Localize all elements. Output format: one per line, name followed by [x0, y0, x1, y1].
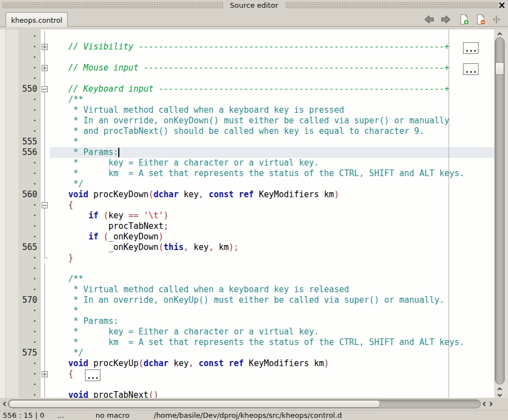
line-number: · [6, 337, 38, 348]
code-token: key [169, 358, 189, 368]
code-line[interactable]: // Mouse input -------------------------… [68, 63, 449, 73]
code-line[interactable]: // Keyboard input ----------------------… [68, 84, 449, 94]
code-line[interactable]: * Params: [68, 316, 118, 327]
fold-tree [40, 168, 51, 179]
line-number: · [6, 327, 38, 337]
folded-code-ellipsis[interactable] [463, 63, 479, 75]
code-line[interactable]: /** [68, 274, 83, 284]
fold-tree [40, 158, 51, 168]
scroll-left-icon[interactable] [1, 401, 8, 407]
code-line[interactable]: * and procTabNext() should be called whe… [68, 126, 424, 137]
code-token: * and procTabNext() should be called whe… [68, 126, 424, 136]
folded-code-ellipsis[interactable] [85, 369, 100, 381]
code-line[interactable]: void procKeyDown(dchar key, const ref Ke… [68, 189, 339, 200]
line-number: · [6, 94, 38, 105]
line-number: · [6, 316, 38, 327]
code-line[interactable]: procTabNext; [68, 221, 169, 232]
scroll-right-icon[interactable] [487, 401, 494, 407]
fold-marker[interactable] [40, 42, 51, 52]
scroll-left-secondary-icon[interactable] [481, 401, 487, 407]
fold-tree [40, 126, 51, 137]
code-token: procTabNext [68, 221, 164, 231]
code-token: const [209, 189, 234, 199]
fold-tree [40, 73, 51, 84]
vertical-scrollbar[interactable] [494, 29, 508, 398]
fold-tree [40, 105, 51, 116]
fold-marker[interactable] [40, 84, 51, 94]
fold-tree [40, 263, 51, 274]
code-line[interactable]: * [68, 306, 78, 316]
fold-marker[interactable] [40, 369, 51, 379]
vertical-scroll-track[interactable] [495, 37, 505, 384]
code-line[interactable]: * [68, 137, 78, 147]
split-view-button[interactable] [490, 13, 502, 26]
code-token: if [88, 211, 98, 221]
line-number: · [6, 358, 38, 369]
code-line[interactable]: * In an override, onKeyDown() must eithe… [68, 116, 449, 126]
code-line[interactable]: * Virtual method called when a keyboard … [68, 284, 349, 295]
fold-collapse-icon[interactable] [42, 86, 48, 92]
code-line[interactable]: void procTabNext() [68, 390, 159, 398]
code-line[interactable]: /** [68, 94, 83, 105]
code-line[interactable]: if (key == '\t') [68, 211, 169, 221]
tab-kheops-control[interactable]: kheops.control [6, 12, 68, 27]
fold-tree [40, 348, 51, 358]
new-document-button[interactable] [458, 13, 470, 26]
remove-document-button[interactable] [475, 13, 487, 26]
code-line[interactable]: * In an override, onKeyUp() must either … [68, 295, 444, 306]
horizontal-scrollbar[interactable] [0, 398, 508, 410]
folded-code-ellipsis[interactable] [463, 42, 479, 54]
fold-tree [40, 116, 51, 126]
code-line[interactable]: if (_onKeyDown) [68, 232, 164, 242]
fold-collapse-icon[interactable] [42, 202, 48, 208]
code-line[interactable]: * key = Either a character or a virtual … [68, 158, 319, 168]
fold-tree [40, 52, 51, 63]
line-number: 565 [6, 242, 38, 253]
horizontal-scroll-thumb[interactable] [9, 400, 380, 408]
vertical-scroll-thumb[interactable] [495, 62, 504, 75]
code-line[interactable]: */ [68, 179, 83, 189]
fold-expand-icon[interactable] [42, 65, 48, 71]
code-line[interactable]: // Visibility --------------------------… [68, 42, 449, 52]
code-token: * key = Either a character or a virtual … [68, 158, 319, 168]
code-line[interactable]: * key = Either a character or a virtual … [68, 327, 319, 337]
line-number: · [6, 73, 38, 84]
line-number: 550 [6, 84, 38, 94]
code-token [98, 211, 103, 221]
code-editor[interactable]: ··// Visibility ------------------------… [0, 29, 494, 398]
fold-marker[interactable] [40, 200, 51, 211]
code-line[interactable]: } [68, 253, 73, 263]
code-line[interactable]: * Params: [68, 147, 118, 158]
fold-expand-icon[interactable] [42, 44, 48, 50]
code-token: /** [68, 94, 83, 104]
code-token: { [68, 369, 73, 379]
fold-tree [40, 221, 51, 232]
fold-marker[interactable] [40, 63, 51, 73]
code-line[interactable]: void procKeyUp(dchar key, const ref KeyM… [68, 358, 329, 369]
code-line[interactable]: * km = A set that represents the status … [68, 337, 464, 348]
fold-tree [40, 137, 51, 147]
scroll-up-icon[interactable] [496, 31, 503, 37]
fold-expand-icon[interactable] [42, 371, 48, 377]
fold-tree [40, 284, 51, 295]
code-line[interactable]: _onKeyDown(this, key, km); [68, 242, 239, 253]
edit-surface: ··// Visibility ------------------------… [0, 29, 494, 398]
code-line[interactable]: * km = A set that represents the status … [68, 168, 464, 179]
title-bar[interactable]: Source editor × [0, 0, 508, 11]
code-token: ( [103, 232, 108, 242]
close-icon[interactable]: × [498, 0, 506, 11]
nav-forward-button[interactable] [440, 13, 452, 26]
code-line[interactable]: */ [68, 348, 83, 358]
code-token: // Mouse input -------------------------… [68, 63, 449, 73]
code-token [194, 358, 199, 368]
tab-label: kheops.control [11, 16, 62, 24]
window-title: Source editor [223, 0, 285, 11]
code-token: key [189, 242, 209, 252]
code-token: dchar [154, 189, 179, 199]
code-line[interactable]: * Virtual method called when a keyboard … [68, 105, 344, 116]
code-token: * km = A set that represents the status … [68, 168, 464, 178]
code-line[interactable]: { [68, 369, 73, 379]
nav-back-button[interactable] [423, 13, 435, 26]
code-line[interactable]: { [68, 200, 73, 211]
code-token [68, 232, 88, 242]
